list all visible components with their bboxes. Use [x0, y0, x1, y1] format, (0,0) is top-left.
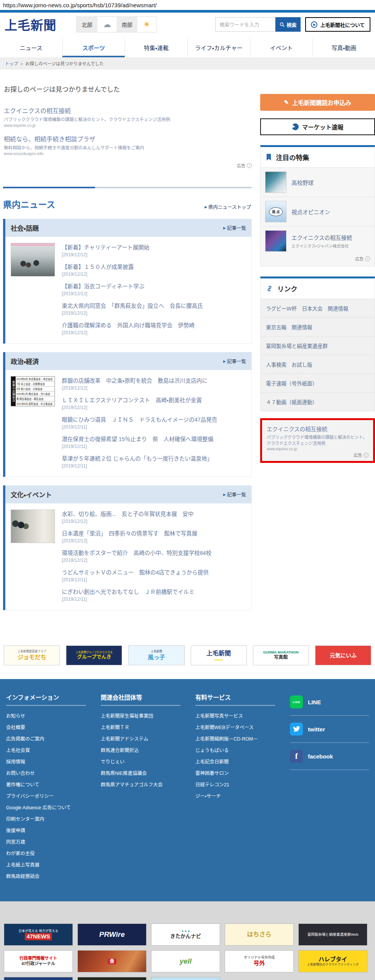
news-photo-thumbnail[interactable]	[11, 243, 55, 277]
news-item-title[interactable]: 眼鏡にひみつ道具 ＪＩＮＳ ドラえもんイメージの47品発売	[62, 415, 246, 423]
article-list-link[interactable]: ▶ 記事一覧	[223, 491, 246, 498]
footer-link[interactable]: 上毛新聞写真サービス	[195, 713, 243, 719]
ad-tile-kitakan-navi[interactable]: ● ● ●きたかんナビ	[151, 923, 220, 946]
footer-link[interactable]: 著作権について	[6, 782, 39, 788]
news-item-title[interactable]: 東北大県内同窓会 「群馬萩友会」設立へ 会長に腰高氏	[62, 301, 246, 309]
sns-line[interactable]: LINELINE	[290, 694, 369, 710]
tab-feature[interactable]: 特集・連載	[125, 38, 187, 57]
footer-link[interactable]: ジー・サーチ	[195, 794, 221, 799]
ad-title[interactable]: エクイニクスの相互接続	[4, 106, 252, 115]
site-logo[interactable]: 上毛新聞	[5, 15, 56, 34]
kennai-top-link[interactable]: ▶ 県内ニューストップ	[204, 203, 251, 210]
news-item-title[interactable]: ＬＩＸＩＬエクステリアコンテスト 高崎・創美社が金賞	[62, 396, 246, 404]
footer-link[interactable]: 上毛新聞縮刷版－CD-ROM－	[195, 736, 258, 742]
footer-link[interactable]: 会社概要	[6, 725, 25, 730]
footer-link[interactable]: 上毛紙上写真展	[6, 862, 40, 868]
article-list-link[interactable]: ▶ 記事一覧	[223, 224, 246, 231]
ad-tile-47news[interactable]: 日本が見える 地方が見える47NEWS	[4, 923, 73, 946]
news-item-title[interactable]: 介護職の理解深める 外国人向け職場見学会 伊勢崎	[62, 321, 246, 329]
news-item-title[interactable]: 【新着】チャリティーアート展開始	[62, 243, 246, 251]
partner-jomo-shinbunsha[interactable]: 上毛新聞▬▬▬	[191, 645, 247, 665]
partner-gunma-marathon[interactable]: GUNMA MARATHON写真館	[253, 645, 309, 665]
ad-info-icon[interactable]: i	[365, 256, 370, 261]
bank-table-thumb[interactable]: 群銀の店舗統合2019年6月 本庄南支店→本庄支店7月 水上支店→月夜野支店9月…	[11, 376, 55, 406]
sidebar-link[interactable]: 電子速報（号外紙面）	[261, 374, 375, 392]
text-ad[interactable]: 相続なら、相続手続き相談プラザ 無料相談から、相続手続きや遺産分割のあんしんサポ…	[4, 134, 252, 156]
partner-group-denki[interactable]: 上毛新聞グループだからできるグループでんき	[66, 645, 122, 665]
news-item-title[interactable]: 環境活動をポスターで紹介 高崎の小中、特別支援学校84校	[62, 548, 246, 556]
news-item-title[interactable]: 潜在保育士の復帰希望 15％止まり 県 人材確保へ環境整備	[62, 435, 246, 443]
footer-link[interactable]: 日経テレコン21	[195, 782, 229, 788]
news-item-title[interactable]: にぎわい創出へ光でおもてなし ＪＲ前橋駅でイルミ	[62, 587, 246, 595]
footer-link[interactable]: 群馬政経懇話会	[6, 874, 40, 879]
ad-tile-hachisara[interactable]: はちさら	[225, 923, 294, 946]
tab-news[interactable]: ニュース	[0, 38, 62, 57]
footer-link[interactable]: 広告掲載のご案内	[6, 736, 44, 742]
sns-twitter[interactable]: twitter	[290, 721, 369, 737]
news-item-title[interactable]: 草津が５年連続２位 じゃらんの「もう一度行きたい温泉地」	[62, 454, 246, 462]
footer-link[interactable]: 同窓万歳	[6, 839, 25, 845]
ad-tile-yell[interactable]: yell	[151, 950, 220, 972]
ad-tile-prwire[interactable]: PRWire	[77, 923, 146, 946]
ad-tile-food-photo[interactable]: 食	[77, 950, 146, 972]
partner-genki[interactable]: 元気にいふ	[315, 645, 371, 665]
about-company-button[interactable]: ▶ 上毛新聞社について	[305, 17, 370, 32]
tab-event[interactable]: イベント	[250, 38, 312, 57]
search-input[interactable]	[215, 17, 275, 32]
ad-tile-tomioka-web[interactable]: 富岡製糸場と絹産業遺産群Web	[298, 923, 367, 946]
ad-info-icon[interactable]: i	[247, 163, 252, 168]
breadcrumb-home-link[interactable]: トップ	[5, 61, 18, 66]
ad-tile-harebutai[interactable]: ハレブタイ上毛新聞社のクラウドファンディング	[298, 950, 367, 972]
ad-tile-gunma-eco[interactable]: ぐんまから地球へ。ぐんまエコ宣言2019	[151, 977, 220, 980]
news-photo-thumbnail[interactable]	[11, 509, 55, 543]
partner-jomodachi[interactable]: 上毛新聞愛読者クラブジョモだち	[4, 645, 60, 665]
ad-title[interactable]: エクイニクスの相互接続	[267, 425, 369, 433]
sns-facebook[interactable]: ffacebook	[290, 748, 369, 765]
ad-title[interactable]: 相続なら、相続手続き相談プラザ	[4, 134, 252, 143]
sidebar-link[interactable]: 人事検索 お試し版	[261, 355, 375, 374]
sidebar-link[interactable]: ラグビーＷ杯 日本大会 関連情報	[261, 299, 375, 317]
partner-kazekko[interactable]: 上毛新聞風っ子	[128, 645, 184, 665]
footer-link[interactable]: 後援申請	[6, 828, 25, 833]
footer-link[interactable]: お知らせ	[6, 713, 25, 719]
news-item-title[interactable]: 群銀の店舗改革 中之条・原町を統合 敷島は渋川支店内に	[62, 376, 246, 384]
footer-link[interactable]: 印刷センター案内	[6, 817, 44, 822]
footer-link[interactable]: プライバシーポリシー	[6, 794, 54, 799]
footer-link[interactable]: 採用情報	[6, 759, 25, 765]
footer-link[interactable]: 上毛記念日新聞	[195, 759, 229, 765]
market-report-button[interactable]: マーケット速報	[260, 118, 375, 135]
footer-link[interactable]: でりじぇい	[101, 759, 125, 765]
text-ad[interactable]: エクイニクスの相互接続 パブリッククラウド環境構築の課題と解決のヒント。クラウド…	[4, 106, 252, 128]
sidebar-link[interactable]: 東京五輪 関連情報	[261, 317, 375, 336]
footer-link[interactable]: 群馬県NIE推進協議会	[101, 771, 147, 776]
news-item-title[interactable]: うどんサミットＶのメニュー 館林の4店できょうから提供	[62, 568, 246, 576]
red-border-ad[interactable]: エクイニクスの相互接続 パブリッククラウド環境構築の課題と解決のヒント。クラウド…	[260, 418, 375, 463]
footer-link[interactable]: わが家の主役	[6, 851, 35, 856]
tab-sports[interactable]: スポーツ	[62, 38, 125, 57]
footer-link[interactable]: 上毛新聞ＴＲ	[101, 725, 129, 730]
ad-tile-gunma-maibun[interactable]: 群馬県埋蔵文化財調査事業団Gunma Archaeological Resear…	[77, 977, 146, 980]
search-button[interactable]: 検索	[275, 17, 301, 32]
featured-item[interactable]: 視 点視点オピニオン	[261, 197, 375, 226]
footer-link[interactable]: 上毛社会賞	[6, 748, 30, 753]
footer-link[interactable]: 雷神囲碁サロン	[195, 771, 229, 776]
sidebar-link[interactable]: 富岡製糸場と絹産業遺産群	[261, 336, 375, 355]
tab-photo-video[interactable]: 写真・動画	[312, 38, 375, 57]
ad-info-icon[interactable]: i	[364, 453, 369, 458]
article-list-link[interactable]: ▶ 記事一覧	[223, 357, 246, 365]
featured-item[interactable]: 高校野球	[261, 167, 375, 197]
footer-link[interactable]: 上毛新聞アドシステム	[101, 736, 148, 742]
footer-link[interactable]: 上毛新聞厚生福祉事業団	[101, 713, 153, 719]
news-item-title[interactable]: 【新着】浴衣コーディネート学ぶ	[62, 282, 246, 290]
sidebar-link[interactable]: ４７動画（紙面連動）	[261, 392, 375, 411]
footer-link[interactable]: 群馬連合新聞折込	[101, 748, 139, 753]
ad-tile-gogai[interactable]: オリジナル号外作成号外	[225, 950, 294, 972]
subscribe-button[interactable]: ✎ 上毛新聞購読お申込み	[260, 94, 375, 111]
ad-tile-gyosei-journal[interactable]: 行政専門情報サイト47行政ジャーナル	[4, 950, 73, 972]
footer-link[interactable]: じょうもばいる	[195, 748, 229, 753]
ad-tile-gunma-bengoshi[interactable]: 群馬弁護士会弁護士情報検索システム	[4, 977, 73, 980]
footer-link[interactable]: 群馬県アマチュアゴルフ大会	[101, 782, 163, 788]
tab-life-culture[interactable]: ライフ・カルチャー	[187, 38, 250, 57]
footer-link[interactable]: お問い合わせ	[6, 771, 35, 776]
news-item-title[interactable]: 日本遺産「里沼」 四季折々の情景写す 館林で写真展	[62, 529, 246, 537]
